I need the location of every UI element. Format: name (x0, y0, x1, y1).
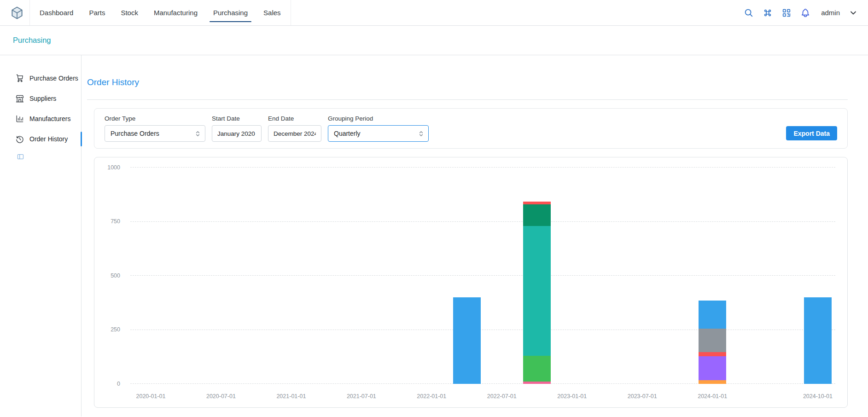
order-type-select[interactable]: Purchase Orders (105, 125, 205, 142)
breadcrumb[interactable]: Purchasing (13, 36, 51, 45)
gridline (130, 383, 835, 384)
x-tick-label: 2020-07-01 (206, 393, 236, 400)
chart-bar[interactable] (523, 202, 551, 384)
x-tick-label: 2024-10-01 (803, 393, 833, 400)
tab-parts[interactable]: Parts (81, 0, 113, 25)
grouping-period-value: Quarterly (334, 130, 361, 137)
x-tick-label: 2024-01-01 (698, 393, 727, 400)
sidebar-item-suppliers[interactable]: Suppliers (0, 88, 81, 109)
sidebar-item-manufacturers[interactable]: Manufacturers (0, 109, 81, 129)
gridline (130, 221, 835, 222)
app-logo-icon[interactable] (10, 6, 24, 20)
building-store-icon (15, 94, 24, 103)
qr-scan-icon[interactable] (781, 8, 792, 18)
chart-icon (15, 114, 24, 123)
chart-bar[interactable] (453, 297, 481, 384)
tab-sales[interactable]: Sales (256, 0, 289, 25)
x-tick-label: 2020-01-01 (136, 393, 165, 400)
export-data-button[interactable]: Export Data (786, 126, 837, 140)
y-tick-label: 0 (117, 381, 120, 387)
filter-panel: Order Type Purchase Orders Start Date En… (94, 108, 848, 149)
bar-segment (523, 204, 551, 226)
chart-plot (130, 168, 835, 384)
chart-bar[interactable] (699, 301, 726, 384)
x-tick-label: 2023-01-01 (557, 393, 587, 400)
x-tick-label: 2021-07-01 (347, 393, 376, 400)
history-icon (15, 134, 24, 144)
grouping-period-field: Grouping Period Quarterly (328, 115, 429, 142)
bell-icon[interactable] (800, 8, 810, 18)
y-tick-label: 1000 (107, 165, 120, 171)
start-date-label: Start Date (212, 115, 262, 122)
page-title: Order History (87, 77, 848, 87)
sidebar-item-order-history[interactable]: Order History (0, 129, 81, 149)
grouping-period-label: Grouping Period (328, 115, 429, 122)
bar-segment (523, 382, 551, 384)
start-date-field: Start Date (212, 115, 262, 142)
x-tick-label: 2022-07-01 (487, 393, 517, 400)
sidebar-item-label: Manufacturers (29, 115, 70, 122)
sidebar-item-purchase-orders[interactable]: Purchase Orders (0, 68, 81, 88)
bar-segment (804, 297, 832, 384)
gridline (130, 167, 835, 168)
search-icon[interactable] (744, 8, 754, 18)
command-icon[interactable] (763, 8, 773, 18)
bar-segment (523, 356, 551, 382)
tab-dashboard[interactable]: Dashboard (32, 0, 81, 25)
y-axis: 02505007501000 (94, 168, 125, 384)
y-tick-label: 750 (111, 219, 120, 225)
bar-segment (523, 226, 551, 356)
gridline (130, 330, 835, 330)
shopping-cart-icon (15, 74, 24, 83)
tab-label: Manufacturing (154, 9, 198, 17)
end-date-field: End Date (268, 115, 321, 142)
chart-panel: 02505007501000 2020-01-012020-07-012021-… (94, 157, 848, 408)
main-nav: Dashboard Parts Stock Manufacturing Purc… (29, 0, 291, 25)
title-divider (87, 99, 848, 100)
order-type-value: Purchase Orders (111, 130, 159, 137)
tab-label: Parts (89, 9, 105, 17)
sidebar-item-label: Purchase Orders (29, 75, 78, 82)
tab-label: Sales (263, 9, 281, 17)
tab-label: Dashboard (40, 9, 73, 17)
chevron-down-icon[interactable] (849, 8, 858, 17)
bar-segment (453, 297, 481, 384)
y-tick-label: 500 (111, 273, 120, 279)
sidebar: Purchase Orders Suppliers Manufacturers … (0, 55, 82, 417)
tab-label: Stock (121, 9, 138, 17)
selector-icon (418, 130, 425, 137)
x-tick-label: 2023-07-01 (628, 393, 657, 400)
breadcrumb-bar: Purchasing (0, 26, 868, 55)
bar-segment (699, 329, 726, 353)
end-date-label: End Date (268, 115, 321, 122)
main-panel: Order History Order Type Purchase Orders… (82, 55, 868, 417)
tab-manufacturing[interactable]: Manufacturing (146, 0, 205, 25)
start-date-input[interactable] (212, 125, 262, 142)
grouping-period-select[interactable]: Quarterly (328, 125, 429, 142)
navbar: Dashboard Parts Stock Manufacturing Purc… (0, 0, 868, 26)
bar-segment (699, 380, 726, 384)
y-tick-label: 250 (111, 327, 120, 333)
tab-purchasing[interactable]: Purchasing (205, 0, 256, 25)
bar-segment (699, 356, 726, 380)
selector-icon (194, 130, 201, 137)
x-tick-label: 2021-01-01 (276, 393, 306, 400)
navbar-actions: admin (744, 8, 858, 18)
order-type-label: Order Type (105, 115, 205, 122)
end-date-input[interactable] (268, 125, 321, 142)
gridline (130, 275, 835, 276)
chart-bar[interactable] (804, 297, 832, 384)
sidebar-item-label: Order History (29, 135, 68, 143)
user-menu[interactable]: admin (821, 9, 840, 17)
tab-stock[interactable]: Stock (113, 0, 146, 25)
sidebar-item-label: Suppliers (29, 95, 56, 102)
collapse-sidebar-icon[interactable] (17, 153, 24, 161)
bar-segment (699, 301, 726, 329)
order-type-field: Order Type Purchase Orders (105, 115, 205, 142)
x-axis: 2020-01-012020-07-012021-01-012021-07-01… (130, 393, 835, 401)
x-tick-label: 2022-01-01 (417, 393, 446, 400)
bar-segment (699, 352, 726, 356)
tab-label: Purchasing (213, 9, 248, 17)
